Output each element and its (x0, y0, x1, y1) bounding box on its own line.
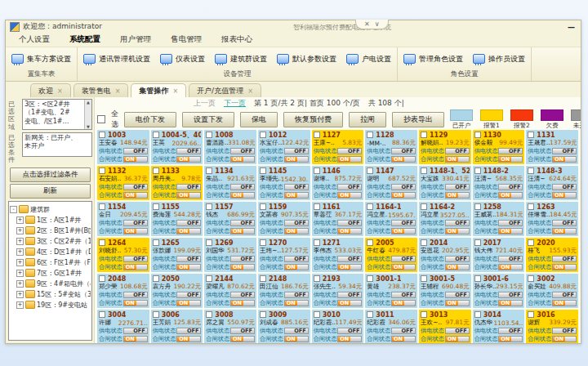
meter-checkbox[interactable] (421, 275, 427, 282)
switch-on-toggle[interactable]: ON (337, 300, 362, 306)
toolbar-button[interactable]: 设置下发 (182, 112, 234, 127)
scroll-down-icon[interactable]: ▼ (87, 124, 90, 130)
toolbar-button[interactable]: 恢复预付费 (283, 112, 343, 127)
switch-on-toggle[interactable]: ON (552, 300, 577, 306)
supply-off-toggle[interactable]: OFF (445, 148, 470, 154)
meter-checkbox[interactable] (367, 132, 373, 138)
meter-checkbox[interactable] (206, 239, 212, 246)
scroll-up-icon[interactable]: ▲ (87, 100, 90, 105)
toolbar-button[interactable]: 抄表导出 (392, 112, 444, 127)
meter-checkbox[interactable] (314, 132, 320, 138)
meter-checkbox[interactable] (314, 167, 320, 174)
meter-checkbox[interactable] (206, 311, 212, 318)
switch-on-toggle[interactable]: ON (445, 156, 470, 163)
tab[interactable]: 欢迎× (30, 83, 71, 98)
meter-checkbox[interactable] (206, 132, 212, 138)
switch-on-toggle[interactable]: ON (284, 228, 309, 234)
supply-off-toggle[interactable]: OFF (230, 328, 255, 334)
switch-on-toggle[interactable]: ON (123, 300, 148, 306)
supply-off-toggle[interactable]: OFF (123, 148, 148, 154)
supply-off-toggle[interactable]: OFF (230, 184, 255, 190)
supply-off-toggle[interactable]: OFF (337, 256, 362, 262)
supply-off-toggle[interactable]: OFF (123, 292, 148, 298)
toolbar-button[interactable]: 保电 (240, 112, 278, 127)
switch-on-toggle[interactable]: ON (176, 192, 201, 199)
meter-checkbox[interactable] (421, 167, 427, 174)
switch-on-toggle[interactable]: ON (552, 192, 577, 199)
meter-checkbox[interactable] (260, 132, 266, 138)
switch-on-toggle[interactable]: ON (337, 264, 362, 270)
supply-off-toggle[interactable]: OFF (284, 292, 309, 298)
tab[interactable]: 集管操作× (131, 83, 186, 98)
meter-checkbox[interactable] (153, 239, 159, 246)
meter-checkbox[interactable] (99, 167, 105, 174)
tree-node[interactable]: +4区：D区1#井（D区1… (10, 248, 91, 257)
switch-on-toggle[interactable]: ON (230, 300, 255, 306)
supply-off-toggle[interactable]: OFF (498, 256, 523, 262)
meter-checkbox[interactable] (99, 239, 105, 246)
switch-on-toggle[interactable]: ON (552, 264, 577, 270)
meter-checkbox[interactable] (367, 311, 373, 318)
toolbar-button[interactable]: 电价下发 (124, 112, 176, 127)
expand-icon[interactable]: + (16, 280, 24, 288)
meter-checkbox[interactable] (474, 239, 481, 246)
switch-on-toggle[interactable]: ON (176, 264, 201, 270)
tab[interactable]: 装管售电× (74, 83, 129, 98)
switch-on-toggle[interactable]: ON (391, 156, 416, 163)
tree-node[interactable]: +7区：G区1#井 (10, 269, 91, 278)
switch-on-toggle[interactable]: ON (498, 156, 523, 163)
badge-close-icon[interactable]: ✕ (364, 20, 370, 28)
meter-checkbox[interactable] (474, 275, 481, 282)
meter-checkbox[interactable] (153, 311, 159, 318)
meter-checkbox[interactable] (421, 203, 427, 210)
supply-off-toggle[interactable]: OFF (445, 292, 470, 298)
supply-off-toggle[interactable]: OFF (445, 184, 470, 190)
switch-on-toggle[interactable]: ON (498, 300, 523, 306)
collapse-icon[interactable]: - (10, 206, 17, 213)
switch-on-toggle[interactable]: ON (337, 228, 362, 234)
switch-on-toggle[interactable]: ON (445, 264, 470, 270)
switch-on-toggle[interactable]: ON (445, 300, 470, 306)
supply-off-toggle[interactable]: OFF (176, 184, 201, 190)
expand-icon[interactable]: + (16, 259, 24, 266)
switch-on-toggle[interactable]: ON (445, 336, 470, 342)
ribbon-button[interactable]: 集车方案设置 (10, 52, 73, 66)
meter-checkbox[interactable] (206, 167, 212, 174)
meter-checkbox[interactable] (367, 203, 373, 210)
meter-checkbox[interactable] (528, 203, 534, 210)
meter-checkbox[interactable] (260, 239, 266, 246)
supply-off-toggle[interactable]: OFF (498, 220, 523, 226)
selected-region-listbox[interactable]: 3区：<区2#井（1#变电、2#变电、/区1#… ▲ ▼ (22, 99, 92, 130)
supply-off-toggle[interactable]: OFF (123, 256, 148, 262)
meter-checkbox[interactable] (314, 203, 320, 210)
expand-icon[interactable]: + (16, 227, 24, 234)
meter-checkbox[interactable] (367, 167, 373, 174)
expand-icon[interactable]: + (16, 301, 24, 309)
meter-checkbox[interactable] (153, 275, 159, 282)
supply-off-toggle[interactable]: OFF (391, 292, 416, 298)
switch-on-toggle[interactable]: ON (498, 228, 523, 234)
switch-on-toggle[interactable]: ON (391, 228, 416, 234)
meter-checkbox[interactable] (314, 311, 320, 318)
switch-on-toggle[interactable]: ON (176, 228, 201, 234)
meter-checkbox[interactable] (99, 203, 105, 210)
switch-on-toggle[interactable]: ON (284, 264, 309, 270)
switch-on-toggle[interactable]: ON (337, 156, 362, 163)
switch-on-toggle[interactable]: ON (176, 156, 201, 163)
switch-on-toggle[interactable]: ON (284, 156, 309, 163)
menu-item[interactable]: 报表中心 (212, 33, 262, 47)
switch-on-toggle[interactable]: ON (391, 300, 416, 306)
meter-checkbox[interactable] (153, 132, 159, 138)
next-page-link[interactable]: 下一页 (224, 98, 246, 109)
meter-checkbox[interactable] (474, 132, 481, 138)
supply-off-toggle[interactable]: OFF (498, 148, 523, 154)
supply-off-toggle[interactable]: OFF (176, 220, 201, 226)
supply-off-toggle[interactable]: OFF (337, 328, 362, 334)
supply-off-toggle[interactable]: OFF (176, 328, 201, 334)
switch-on-toggle[interactable]: ON (176, 336, 201, 342)
tree-node[interactable]: +15区：5#变站（3#变… (10, 290, 91, 299)
supply-off-toggle[interactable]: OFF (552, 184, 577, 190)
supply-off-toggle[interactable]: OFF (445, 220, 470, 226)
meter-checkbox[interactable] (260, 311, 266, 318)
menu-item[interactable]: 系统配置 (60, 33, 110, 47)
